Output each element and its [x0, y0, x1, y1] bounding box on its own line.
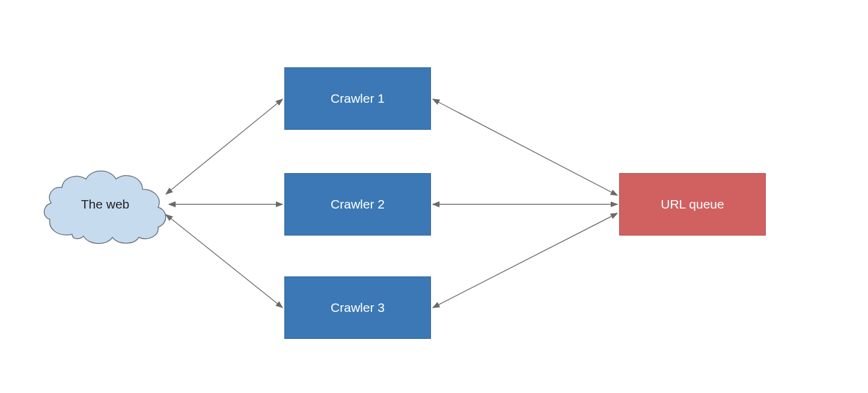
edge-crawler1-queue: [433, 99, 617, 195]
edge-web-crawler3: [166, 215, 283, 308]
node-crawler2: Crawler 2: [284, 173, 431, 236]
node-crawler1: Crawler 1: [284, 67, 431, 130]
node-crawler2-label: Crawler 2: [331, 197, 385, 212]
node-crawler1-label: Crawler 1: [331, 91, 385, 106]
edge-crawler3-queue: [433, 213, 617, 308]
node-url-queue: URL queue: [619, 173, 766, 236]
node-web-label: The web: [81, 197, 130, 212]
node-crawler3: Crawler 3: [284, 276, 431, 339]
node-url-queue-label: URL queue: [661, 197, 724, 212]
node-web: The web: [39, 162, 171, 246]
node-crawler3-label: Crawler 3: [331, 300, 385, 315]
diagram-canvas: The web Crawler 1 Crawler 2 Crawler 3 UR…: [0, 0, 868, 393]
edge-web-crawler1: [166, 99, 283, 194]
